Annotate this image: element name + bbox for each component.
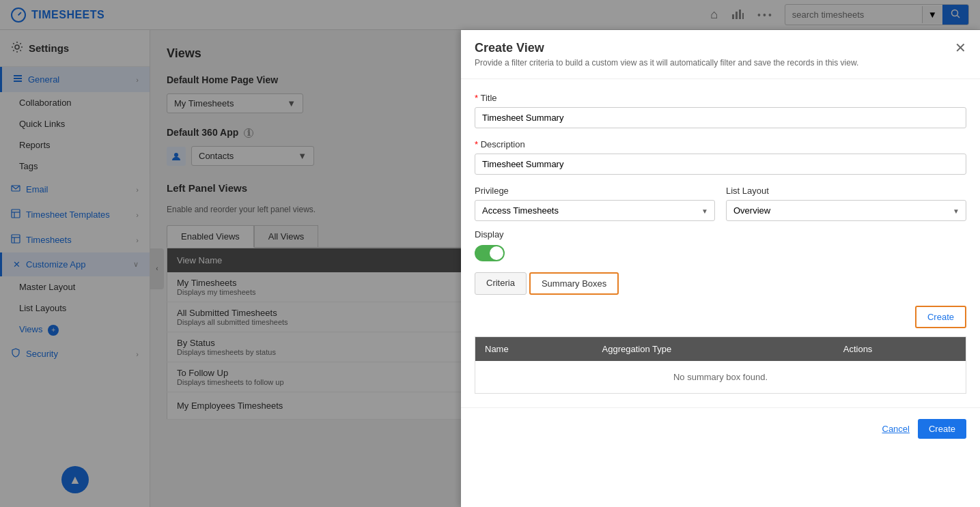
no-summary-text: No summary box found. <box>475 361 966 394</box>
summary-col-name: Name <box>475 337 593 362</box>
privilege-label: Privilege <box>475 186 715 196</box>
description-input[interactable] <box>475 154 966 175</box>
summary-col-aggregation: Aggregation Type <box>593 337 834 362</box>
modal-footer: Cancel Create <box>461 407 980 450</box>
modal-subtitle: Provide a filter criteria to build a cus… <box>475 58 858 68</box>
description-label: Description <box>475 139 966 149</box>
privilege-select[interactable]: Access Timesheets Admin Public <box>475 200 715 221</box>
description-field-group: Description <box>475 139 966 175</box>
title-label: Title <box>475 93 966 103</box>
cancel-button[interactable]: Cancel <box>882 424 910 434</box>
title-input[interactable] <box>475 107 966 128</box>
footer-create-button[interactable]: Create <box>918 419 966 439</box>
list-layout-select-wrapper: Overview Detailed Compact <box>726 200 966 221</box>
list-layout-select[interactable]: Overview Detailed Compact <box>726 200 966 221</box>
criteria-tabs: Criteria Summary Boxes <box>475 272 966 295</box>
display-toggle-row <box>475 245 966 261</box>
display-toggle[interactable] <box>475 245 505 261</box>
tab-summary-boxes[interactable]: Summary Boxes <box>529 272 619 295</box>
display-label: Display <box>475 229 966 240</box>
title-field-group: Title <box>475 93 966 128</box>
list-layout-col: List Layout Overview Detailed Compact <box>726 186 966 221</box>
summary-create-button[interactable]: Create <box>915 306 966 328</box>
modal-close-button[interactable]: ✕ <box>955 41 966 55</box>
modal-body: Title Description Privilege Access Times… <box>461 79 980 407</box>
display-field-group: Display <box>475 229 966 261</box>
modal-header-content: Create View Provide a filter criteria to… <box>475 41 858 68</box>
modal-header: Create View Provide a filter criteria to… <box>461 30 980 79</box>
privilege-layout-row: Privilege Access Timesheets Admin Public… <box>475 186 966 221</box>
create-view-modal: Create View Provide a filter criteria to… <box>461 30 980 507</box>
privilege-col: Privilege Access Timesheets Admin Public <box>475 186 715 221</box>
no-summary-row: No summary box found. <box>475 361 966 394</box>
summary-col-actions: Actions <box>834 337 966 362</box>
summary-table: Name Aggregation Type Actions No summary… <box>475 336 966 394</box>
summary-create-btn-row: Create <box>475 306 966 328</box>
modal-title: Create View <box>475 41 858 55</box>
tab-criteria[interactable]: Criteria <box>475 272 527 295</box>
privilege-select-wrapper: Access Timesheets Admin Public <box>475 200 715 221</box>
list-layout-label: List Layout <box>726 186 966 196</box>
